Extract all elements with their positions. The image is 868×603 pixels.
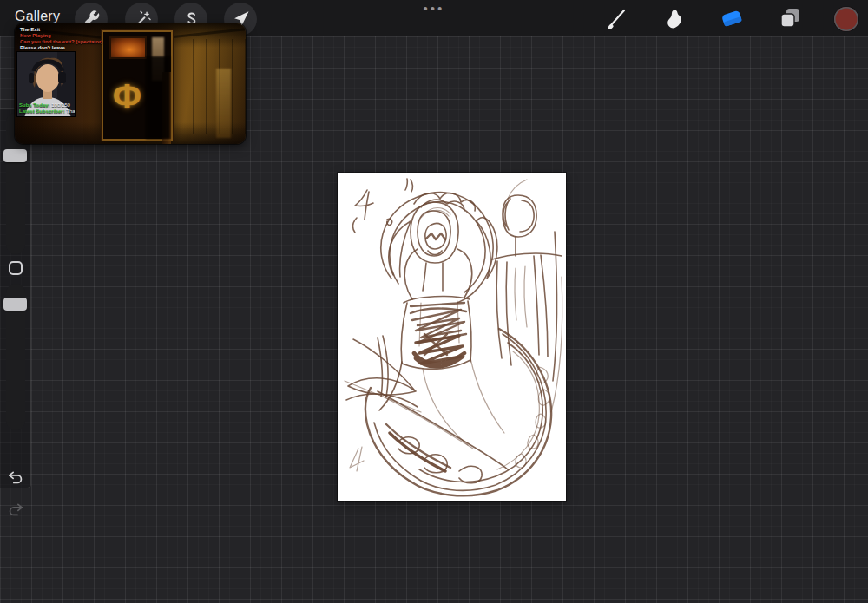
sketch-drawing [338,173,566,501]
layers-icon [777,5,803,31]
redo-icon[interactable] [7,501,24,518]
modify-button[interactable] [9,261,23,275]
brush-size-handle[interactable] [3,149,27,162]
brush-opacity-handle[interactable] [3,298,27,311]
stream-info-text: The Exit Now Playing Can you find the ex… [20,27,102,51]
phi-symbol: Φ [113,77,141,116]
subs-value: 100/150 [51,102,70,108]
undo-icon[interactable] [7,469,24,486]
wall-highlight [216,69,231,138]
color-swatch[interactable] [834,7,858,31]
subs-label: Subs Today: [19,102,50,108]
game-title: The Exit [20,27,102,33]
latest-sub-label: Latest Subscriber: [19,108,65,114]
brush-opacity-slider[interactable] [6,284,25,430]
multitask-handle[interactable]: ••• [424,1,445,16]
eraser-tool-button[interactable] [719,5,745,31]
info-line-3: Can you find the exit? (spectator) [20,39,102,45]
shadow-figure [146,56,170,139]
brush-icon [603,5,629,31]
latest-sub-value: That_Dude_xxx [66,108,76,114]
info-line-2: Now Playing [20,33,102,39]
stream-stats: Subs Today: 100/150 Latest Subscriber: T… [19,102,76,115]
webcam-view: Subs Today: 100/150 Latest Subscriber: T… [16,51,76,117]
stream-pip-overlay[interactable]: Φ The Exit Now Playing Can you find the … [15,23,246,144]
eraser-icon [719,5,745,31]
smudge-tool-button[interactable] [661,5,687,31]
game-scene: Φ The Exit Now Playing Can you find the … [15,23,246,144]
info-line-4: Please don't leave [20,45,102,51]
gallery-button[interactable]: Gallery [15,9,60,24]
brush-sidebar [0,108,31,488]
layers-button[interactable] [777,5,803,31]
brush-tool-button[interactable] [603,5,629,31]
fire-picture [109,36,147,59]
smudge-icon [661,5,687,31]
drawing-canvas[interactable] [338,173,566,501]
phi-painting: Φ [102,30,173,141]
ceiling-beam [168,28,246,38]
